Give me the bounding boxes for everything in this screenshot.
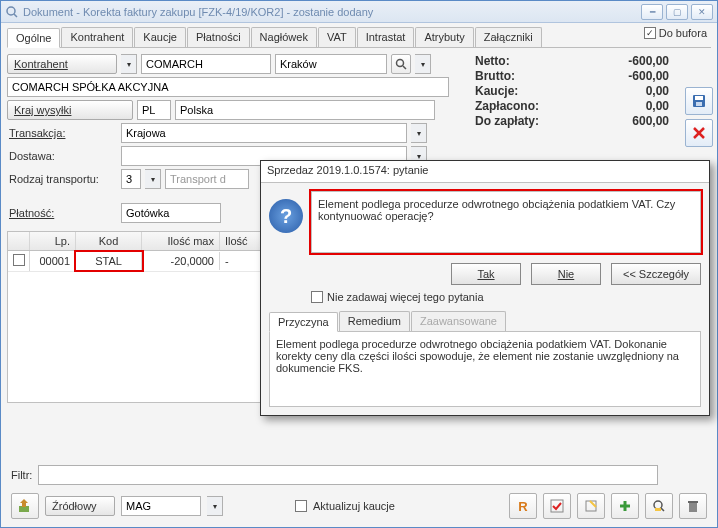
nie-button[interactable]: Nie bbox=[531, 263, 601, 285]
window-title: Dokument - Korekta faktury zakupu [FZK-4… bbox=[23, 6, 641, 18]
zaplacono-label: Zapłacono: bbox=[475, 99, 539, 113]
svg-rect-10 bbox=[551, 500, 563, 512]
register-icon-button[interactable]: R bbox=[509, 493, 537, 519]
netto-value: -600,00 bbox=[599, 54, 669, 68]
row-checkbox[interactable] bbox=[13, 254, 25, 266]
kontrahent-city-input[interactable] bbox=[275, 54, 387, 74]
chevron-down-icon[interactable]: ▾ bbox=[145, 169, 161, 189]
svg-line-1 bbox=[14, 14, 17, 17]
svg-point-0 bbox=[7, 7, 15, 15]
tab-kontrahent[interactable]: Kontrahent bbox=[61, 27, 133, 47]
kontrahent-full-input[interactable] bbox=[7, 77, 449, 97]
dostawa-label: Dostawa: bbox=[7, 150, 117, 162]
tab-atrybuty[interactable]: Atrybuty bbox=[415, 27, 473, 47]
dialog-title: Sprzedaz 2019.1.0.1574: pytanie bbox=[261, 161, 709, 183]
minimize-button[interactable]: ━ bbox=[641, 4, 663, 20]
tab-ogolne[interactable]: Ogólne bbox=[7, 28, 60, 48]
no-ask-label: Nie zadawaj więcej tego pytania bbox=[327, 291, 484, 303]
tak-button[interactable]: Tak bbox=[451, 263, 521, 285]
zrodlowy-button[interactable]: Źródłowy bbox=[45, 496, 115, 516]
tab-intrastat[interactable]: Intrastat bbox=[357, 27, 415, 47]
filtr-label: Filtr: bbox=[11, 469, 32, 481]
rodzaj-desc-input bbox=[165, 169, 249, 189]
question-dialog: Sprzedaz 2019.1.0.1574: pytanie ? Elemen… bbox=[260, 160, 710, 416]
iloscmax-header: Ilość max bbox=[142, 232, 220, 250]
subtab-zaawansowane: Zaawansowane bbox=[411, 311, 506, 331]
main-tabs: Ogólne Kontrahent Kaucje Płatności Nagłó… bbox=[7, 27, 711, 48]
dozaplaty-value: 600,00 bbox=[599, 114, 669, 128]
kontrahent-button[interactable]: Kontrahent bbox=[7, 54, 117, 74]
kraj-name-input[interactable] bbox=[175, 100, 435, 120]
kontrahent-dropdown-icon[interactable]: ▾ bbox=[121, 54, 137, 74]
tab-zalaczniki[interactable]: Załączniki bbox=[475, 27, 542, 47]
svg-line-3 bbox=[403, 66, 406, 69]
search-dropdown-icon[interactable]: ▾ bbox=[415, 54, 431, 74]
do-bufora-checkbox[interactable]: ✓Do bufora bbox=[644, 27, 707, 39]
transakcja-label: Transakcja: bbox=[7, 127, 117, 139]
platnosc-select[interactable] bbox=[121, 203, 221, 223]
no-ask-checkbox[interactable] bbox=[311, 291, 323, 303]
row-lp: 00001 bbox=[30, 252, 76, 270]
trash-icon-button[interactable] bbox=[679, 493, 707, 519]
document-icon bbox=[5, 5, 19, 19]
svg-rect-6 bbox=[696, 102, 702, 106]
cancel-icon-button[interactable] bbox=[685, 119, 713, 147]
aktualizuj-checkbox[interactable] bbox=[295, 500, 307, 512]
edit-check-icon-button[interactable] bbox=[577, 493, 605, 519]
svg-rect-18 bbox=[688, 501, 698, 503]
chevron-down-icon[interactable]: ▾ bbox=[411, 123, 427, 143]
tab-naglowek[interactable]: Nagłówek bbox=[251, 27, 317, 47]
chevron-down-icon[interactable]: ▾ bbox=[207, 496, 223, 516]
check-icon-button[interactable] bbox=[543, 493, 571, 519]
aktualizuj-label: Aktualizuj kaucje bbox=[313, 500, 395, 512]
platnosc-label: Płatność: bbox=[7, 207, 117, 219]
dialog-message: Element podlega procedurze odwrotnego ob… bbox=[311, 191, 701, 253]
szczegoly-button[interactable]: << Szczegóły bbox=[611, 263, 701, 285]
lens-icon-button[interactable] bbox=[645, 493, 673, 519]
brutto-value: -600,00 bbox=[599, 69, 669, 83]
svg-rect-17 bbox=[689, 503, 697, 512]
close-button[interactable]: ✕ bbox=[691, 4, 713, 20]
svg-point-14 bbox=[654, 501, 662, 509]
kod-header: Kod bbox=[76, 232, 142, 250]
kaucje-value: 0,00 bbox=[599, 84, 669, 98]
brutto-label: Brutto: bbox=[475, 69, 515, 83]
svg-rect-5 bbox=[695, 96, 703, 100]
rodzaj-value-input[interactable] bbox=[121, 169, 141, 189]
export-icon-button[interactable] bbox=[11, 493, 39, 519]
tab-kaucje[interactable]: Kaucje bbox=[134, 27, 186, 47]
row-kod: STAL bbox=[76, 252, 142, 270]
kaucje-label: Kaucje: bbox=[475, 84, 518, 98]
search-icon[interactable] bbox=[391, 54, 411, 74]
question-icon: ? bbox=[269, 199, 303, 233]
titlebar: Dokument - Korekta faktury zakupu [FZK-4… bbox=[1, 1, 717, 23]
tab-vat[interactable]: VAT bbox=[318, 27, 356, 47]
svg-line-15 bbox=[661, 508, 664, 511]
tab-platnosci[interactable]: Płatności bbox=[187, 27, 250, 47]
checkbox-header bbox=[8, 232, 30, 250]
add-icon-button[interactable] bbox=[611, 493, 639, 519]
detail-text: Element podlega procedurze odwrotnego ob… bbox=[269, 331, 701, 407]
row-iloscmax: -20,0000 bbox=[142, 252, 220, 270]
svg-rect-16 bbox=[655, 508, 661, 511]
netto-label: Netto: bbox=[475, 54, 510, 68]
subtab-przyczyna[interactable]: Przyczyna bbox=[269, 312, 338, 332]
svg-point-2 bbox=[397, 60, 404, 67]
zaplacono-value: 0,00 bbox=[599, 99, 669, 113]
save-icon-button[interactable] bbox=[685, 87, 713, 115]
transakcja-select[interactable] bbox=[121, 123, 407, 143]
kontrahent-code-input[interactable] bbox=[141, 54, 271, 74]
kraj-wysylki-button[interactable]: Kraj wysyłki bbox=[7, 100, 133, 120]
lp-header: Lp. bbox=[30, 232, 76, 250]
subtab-remedium[interactable]: Remedium bbox=[339, 311, 410, 331]
dozaplaty-label: Do zapłaty: bbox=[475, 114, 539, 128]
maximize-button[interactable]: ▢ bbox=[666, 4, 688, 20]
kraj-code-input[interactable] bbox=[137, 100, 171, 120]
filtr-input[interactable] bbox=[38, 465, 658, 485]
zrodlowy-select[interactable] bbox=[121, 496, 201, 516]
rodzaj-label: Rodzaj transportu: bbox=[7, 173, 117, 185]
